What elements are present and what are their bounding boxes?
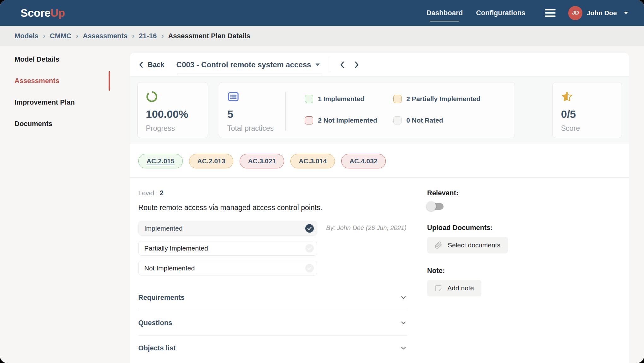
status-option-not-implemented[interactable]: Not Implemented [138,261,317,275]
chevron-left-icon [138,62,144,68]
section-label: Objects list [138,344,176,352]
practice-toolbar: Back C003 - Control remote system access [130,53,629,76]
practice-detail: Level : 2 Route remote access via manage… [130,178,629,363]
status-label: Not Implemented [144,264,195,272]
chevron-down-icon [400,319,407,327]
orange-square-icon [393,95,402,103]
check-circle-icon [305,224,314,233]
user-avatar: JD [568,6,582,20]
status-option-partially-implemented[interactable]: Partially Implemented [138,241,317,256]
breadcrumb-assessment-id[interactable]: 21-16 [139,32,157,40]
add-note-button[interactable]: Add note [427,280,481,296]
breadcrumb-separator: › [161,32,164,40]
practice-selector-dropdown[interactable]: C003 - Control remote system access [176,60,320,69]
paperclip-icon [435,241,442,249]
pill-label: AC.2.015 [146,157,175,165]
pill-ac-2-013[interactable]: AC.2.013 [189,154,234,168]
breadcrumb-models[interactable]: Models [15,32,39,40]
navbar-right: Dashboard Configurations JD John Doe [413,6,628,20]
pill-label: AC.2.013 [197,157,225,165]
user-menu[interactable]: JD John Doe [568,6,628,20]
hamburger-menu-icon[interactable] [545,7,556,19]
breadcrumb-separator: › [76,32,78,40]
practices-stat-card: 5 Total practices 1 Implemented 2 Partia… [219,82,515,138]
note-label: Note: [427,267,508,275]
practice-selector-value: C003 - Control remote system access [176,60,311,69]
pill-label: AC.3.014 [299,157,327,165]
sidebar-item-documents[interactable]: Documents [0,113,130,135]
app-window: ScoreUp Dashboard Configurations JD John… [0,0,644,363]
breadcrumb-separator: › [43,32,45,40]
sidebar-item-model-details[interactable]: Model Details [0,49,130,70]
score-label: Score [561,124,622,133]
score-stat-card: 0/5 Score [552,82,622,138]
legend-label: 0 Not Rated [406,117,443,124]
section-objects-list[interactable]: Objects list [138,336,407,361]
vertical-divider [285,92,286,131]
chevron-down-icon [400,344,407,352]
pill-label: AC.3.021 [248,157,276,165]
section-label: Requirements [138,293,185,302]
check-circle-icon [305,264,314,272]
practice-pills-row: AC.2.015 AC.2.013 AC.3.021 AC.3.014 AC.4… [130,143,629,168]
practice-description: Route remote access via managed access c… [138,203,407,212]
total-practices-label: Total practices [227,124,515,133]
breadcrumb: Models › CMMC › Assessments › 21-16 › As… [0,26,644,46]
nav-link-dashboard[interactable]: Dashboard [426,9,463,17]
star-icon [561,91,573,103]
level-value: 2 [160,189,164,197]
sidebar-item-improvement-plan[interactable]: Improvement Plan [0,92,130,113]
pill-ac-2-015[interactable]: AC.2.015 [138,154,183,168]
logo-text-up: Up [51,7,65,19]
sidebar-item-assessments[interactable]: Assessments [0,70,130,92]
progress-stat-card: 100.00% Progress [137,82,208,138]
app-logo[interactable]: ScoreUp [21,7,65,19]
breadcrumb-assessments[interactable]: Assessments [83,32,128,40]
left-sidebar: Model Details Assessments Improvement Pl… [0,46,130,363]
red-square-icon [305,116,313,124]
progress-label: Progress [146,124,208,133]
select-documents-label: Select documents [448,241,500,249]
practice-detail-left: Level : 2 Route remote access via manage… [138,189,407,363]
green-square-icon [305,95,313,103]
back-button[interactable]: Back [138,61,164,69]
pill-ac-3-014[interactable]: AC.3.014 [290,154,335,168]
note-icon [435,285,442,292]
next-practice-button[interactable] [351,59,362,70]
legend-label: 2 Partially Implemented [406,95,480,103]
status-label: Implemented [144,225,182,232]
pill-ac-3-021[interactable]: AC.3.021 [240,154,284,168]
pill-ac-4-032[interactable]: AC.4.032 [341,154,386,168]
legend-item-not-rated: 0 Not Rated [393,116,480,124]
level-row: Level : 2 [138,189,407,197]
nav-link-configurations[interactable]: Configurations [476,9,525,17]
breadcrumb-cmmc[interactable]: CMMC [50,32,71,40]
previous-practice-button[interactable] [337,59,348,70]
active-indicator-bar [109,71,110,91]
vertical-divider [329,58,329,72]
status-label: Partially Implemented [144,245,208,252]
add-note-label: Add note [447,284,474,292]
select-documents-button[interactable]: Select documents [427,237,508,253]
status-attribution: By: John Doe (26 Jun, 2021) [326,224,407,232]
list-icon [227,91,239,103]
chevron-down-icon [624,12,628,14]
pill-label: AC.4.032 [349,157,378,165]
chevron-left-icon [339,61,345,68]
chevron-right-icon [354,61,360,68]
status-option-implemented[interactable]: Implemented [138,221,317,236]
relevant-toggle[interactable] [427,202,444,210]
legend-label: 2 Not Implemented [318,117,377,124]
progress-value: 100.00% [146,108,208,120]
section-questions[interactable]: Questions [138,310,407,336]
upload-documents-label: Upload Documents: [427,224,508,232]
section-requirements[interactable]: Requirements [138,285,407,310]
status-legend: 1 Implemented 2 Partially Implemented 2 … [305,95,480,124]
breadcrumb-current-page: Assessment Plan Details [168,32,250,40]
toggle-knob [426,202,436,211]
legend-item-implemented: 1 Implemented [305,95,393,103]
back-label: Back [148,61,164,69]
progress-ring-icon [146,91,158,103]
breadcrumb-separator: › [132,32,134,40]
sidebar-item-label: Assessments [15,77,59,85]
